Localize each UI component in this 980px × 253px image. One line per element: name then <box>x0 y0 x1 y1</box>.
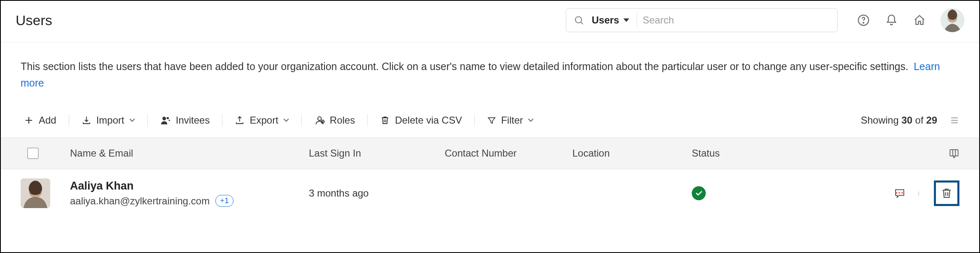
page-description: This section lists the users that have b… <box>1 42 979 91</box>
row-status <box>692 186 815 200</box>
col-checkbox <box>21 148 70 159</box>
row-actions: ••• <box>815 180 959 206</box>
user-name[interactable]: Aaliya Khan <box>70 180 309 192</box>
svg-line-1 <box>581 22 583 24</box>
chevron-down-icon <box>283 118 289 122</box>
showing-current: 30 <box>901 115 912 126</box>
col-last-signin[interactable]: Last Sign In <box>309 148 445 159</box>
caret-down-icon <box>623 18 629 22</box>
user-email: aaliya.khan@zylkertraining.com <box>70 195 210 207</box>
col-location[interactable]: Location <box>572 148 692 159</box>
showing-count: Showing 30 of 29 <box>861 115 938 126</box>
filter-button[interactable]: Filter <box>475 113 546 127</box>
header-icon-group <box>856 8 964 32</box>
extra-emails-badge[interactable]: +1 <box>215 195 233 207</box>
comment-button[interactable]: ••• <box>894 187 906 199</box>
search-input[interactable] <box>643 14 831 26</box>
svg-point-18 <box>919 192 919 192</box>
filter-label: Filter <box>501 115 523 126</box>
delete-via-csv-button[interactable]: Delete via CSV <box>368 113 474 127</box>
col-contact-number[interactable]: Contact Number <box>445 148 572 159</box>
page-header: Users Users <box>1 1 979 42</box>
import-button[interactable]: Import <box>69 113 147 127</box>
row-name-cell: Aaliya Khan aaliya.khan@zylkertraining.c… <box>70 180 309 207</box>
trash-icon <box>380 115 390 125</box>
svg-point-6 <box>162 117 166 120</box>
bell-icon[interactable] <box>884 13 898 27</box>
import-icon <box>82 115 91 125</box>
col-name-email[interactable]: Name & Email <box>70 148 309 159</box>
svg-rect-13 <box>950 150 958 156</box>
invitees-icon <box>160 115 171 126</box>
filter-icon <box>487 116 496 125</box>
list-density-icon <box>950 115 959 125</box>
export-button[interactable]: Export <box>222 113 301 127</box>
check-icon <box>695 189 703 197</box>
page-title: Users <box>16 12 52 28</box>
add-label: Add <box>39 115 56 126</box>
chevron-down-icon <box>528 118 534 122</box>
svg-point-8 <box>317 117 321 120</box>
columns-icon <box>949 148 959 159</box>
roles-button[interactable]: Roles <box>302 113 367 127</box>
svg-point-20 <box>919 194 919 195</box>
roles-icon <box>314 115 325 126</box>
home-icon[interactable] <box>912 13 926 27</box>
plus-icon <box>24 115 34 125</box>
trash-icon <box>940 187 953 199</box>
table-header: Name & Email Last Sign In Contact Number… <box>1 137 979 169</box>
export-icon <box>235 115 245 125</box>
delete-user-button[interactable] <box>934 180 959 206</box>
search-container: Users <box>566 8 838 32</box>
more-options-button[interactable] <box>918 187 922 199</box>
invitees-button[interactable]: Invitees <box>148 113 222 127</box>
search-icon <box>572 13 586 27</box>
search-scope-dropdown[interactable]: Users <box>592 13 637 28</box>
export-label: Export <box>250 115 278 126</box>
add-button[interactable]: Add <box>21 113 69 127</box>
table-row[interactable]: Aaliya Khan aaliya.khan@zylkertraining.c… <box>1 169 979 217</box>
status-active-badge <box>692 186 706 200</box>
showing-prefix: Showing <box>861 115 902 126</box>
chevron-down-icon <box>129 118 135 122</box>
density-toggle-button[interactable] <box>950 115 959 125</box>
import-label: Import <box>96 115 124 126</box>
kebab-icon <box>918 187 922 199</box>
col-actions <box>815 148 959 159</box>
user-avatar <box>21 178 50 208</box>
invitees-label: Invitees <box>176 115 210 126</box>
svg-point-3 <box>863 22 864 23</box>
delete-csv-label: Delete via CSV <box>395 115 462 126</box>
col-status[interactable]: Status <box>692 148 815 159</box>
svg-point-0 <box>575 16 581 23</box>
comment-dots-icon: ••• <box>896 190 904 196</box>
profile-avatar[interactable] <box>940 8 964 32</box>
help-icon[interactable] <box>856 13 870 27</box>
row-avatar-cell <box>21 178 70 208</box>
search-scope-label: Users <box>592 14 619 26</box>
select-all-checkbox[interactable] <box>27 148 39 159</box>
svg-point-7 <box>166 117 168 119</box>
description-text: This section lists the users that have b… <box>21 61 908 72</box>
svg-point-19 <box>919 193 919 194</box>
showing-of: of <box>912 115 926 126</box>
row-last-signin: 3 months ago <box>309 187 445 199</box>
column-settings-button[interactable] <box>949 148 959 159</box>
showing-total: 29 <box>926 115 937 126</box>
toolbar: Add Import Invitees Export Roles Delete … <box>1 91 979 137</box>
roles-label: Roles <box>330 115 355 126</box>
